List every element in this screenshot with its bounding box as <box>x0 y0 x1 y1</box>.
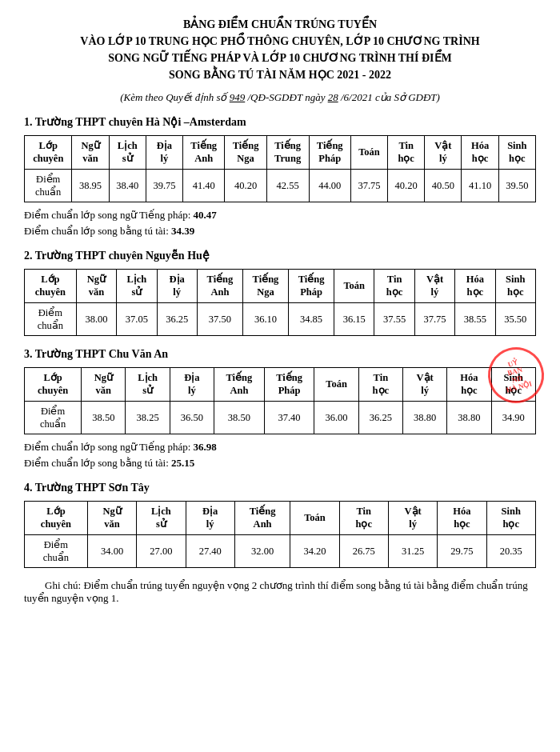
col-header: Toán <box>314 368 358 402</box>
section-4: 4. Trường THPT Sơn Tây Lớpchuyên Ngữvăn … <box>24 481 536 568</box>
col-header: TiếngPháp <box>264 368 314 402</box>
section-3: 3. Trường THPT Chu Văn An UỶBANNDHÀ NỘI … <box>24 347 536 470</box>
col-header: Lịchsử <box>109 136 146 170</box>
col-header: Lịchsử <box>117 270 157 303</box>
col-header: TiếngAnh <box>234 502 290 535</box>
col-header: Toán <box>350 136 387 170</box>
cell: 41.10 <box>462 169 498 202</box>
section-1: 1. Trường THPT chuyên Hà Nội –Amsterdam … <box>24 115 536 238</box>
col-header: Vậtlý <box>388 502 437 535</box>
col-header: TiếngNga <box>225 136 266 170</box>
col-header: Hóahọc <box>438 502 486 535</box>
row-label: Điểmchuẩn <box>25 302 77 336</box>
cell: 29.75 <box>438 534 486 568</box>
section-2-table: Lớpchuyên Ngữvăn Lịchsử Địalý TiếngAnh T… <box>24 269 536 336</box>
col-header: Sinhhọc <box>495 270 535 303</box>
cell: 39.50 <box>498 169 535 202</box>
cell: 36.15 <box>334 302 374 336</box>
section-4-title: 4. Trường THPT Sơn Tây <box>24 481 536 494</box>
cell: 37.75 <box>414 302 454 336</box>
col-header: TiếngAnh <box>197 270 242 303</box>
section-4-table: Lớpchuyên Ngữvăn Lịchsử Địalý TiếngAnh T… <box>24 501 536 568</box>
section-2: 2. Trường THPT chuyên Nguyễn Huệ Lớpchuy… <box>24 249 536 336</box>
cell: 38.80 <box>447 401 491 434</box>
col-header: Hóahọc <box>462 136 498 170</box>
subtitle: (Kèm theo Quyết định số 949 /QĐ-SGDĐT ng… <box>24 91 536 104</box>
col-header: Lớpchuyên <box>25 270 77 303</box>
cell: 34.00 <box>87 534 136 568</box>
col-header: Tinhọc <box>374 270 414 303</box>
col-header: Ngữvăn <box>82 368 126 402</box>
cell: 31.25 <box>388 534 437 568</box>
cell: 42.55 <box>266 169 309 202</box>
row-label: Điểmchuẩn <box>25 534 88 568</box>
col-header: Vậtlý <box>425 136 462 170</box>
col-header: Lịchsử <box>126 368 170 402</box>
section-3-title: 3. Trường THPT Chu Văn An <box>24 347 536 361</box>
cell: 36.25 <box>358 401 402 434</box>
cell: 40.20 <box>388 169 425 202</box>
col-header: Sinhhọc <box>498 136 535 170</box>
section-2-title: 2. Trường THPT chuyên Nguyễn Huệ <box>24 249 536 262</box>
cell: 38.50 <box>214 401 265 434</box>
col-header: Vậtlý <box>402 368 446 402</box>
col-header: Hóahọc <box>455 270 495 303</box>
cell: 44.00 <box>309 169 350 202</box>
cell: 38.25 <box>126 401 170 434</box>
row-label: Điểmchuẩn <box>25 401 82 434</box>
page-header: BẢNG ĐIỂM CHUẨN TRÚNG TUYỂN VÀO LỚP 10 T… <box>24 16 536 83</box>
col-header: Ngữvăn <box>76 270 116 303</box>
cell: 20.35 <box>486 534 535 568</box>
footer-note: Ghi chú: Điểm chuẩn trúng tuyển nguyện v… <box>24 579 536 605</box>
col-header: TiếngPháp <box>289 270 334 303</box>
cell: 37.05 <box>117 302 157 336</box>
table-row: Điểmchuẩn 38.50 38.25 36.50 38.50 37.40 … <box>25 401 536 434</box>
cell: 27.00 <box>137 534 186 568</box>
note-4: Điểm chuẩn lớp song bằng tú tài: 25.15 <box>24 457 536 470</box>
cell: 36.25 <box>157 302 197 336</box>
cell: 32.00 <box>234 534 290 568</box>
col-header: Địalý <box>170 368 214 402</box>
col-header: Hóahọc <box>447 368 491 402</box>
note-2: Điểm chuẩn lớp song bằng tú tài: 34.39 <box>24 225 536 238</box>
col-header: TiếngAnh <box>183 136 225 170</box>
note-3: Điểm chuẩn lớp song ngữ Tiếng pháp: 36.9… <box>24 441 536 454</box>
cell: 35.50 <box>495 302 535 336</box>
col-header: Địalý <box>157 270 197 303</box>
cell: 40.50 <box>425 169 462 202</box>
col-header: Địalý <box>186 502 234 535</box>
cell: 26.75 <box>339 534 388 568</box>
col-header: Địalý <box>146 136 182 170</box>
col-header: Toán <box>334 270 374 303</box>
col-header: TiếngTrung <box>266 136 309 170</box>
cell: 34.85 <box>289 302 334 336</box>
cell: 27.40 <box>186 534 234 568</box>
cell: 34.90 <box>491 401 535 434</box>
col-header: Lớpchuyên <box>25 368 82 402</box>
cell: 39.75 <box>146 169 182 202</box>
cell: 40.20 <box>225 169 266 202</box>
cell: 38.95 <box>72 169 109 202</box>
section-1-title: 1. Trường THPT chuyên Hà Nội –Amsterdam <box>24 115 536 129</box>
cell: 37.40 <box>264 401 314 434</box>
cell: 36.50 <box>170 401 214 434</box>
col-header: Lịchsử <box>137 502 186 535</box>
col-header: Vậtlý <box>414 270 454 303</box>
cell: 36.10 <box>242 302 288 336</box>
cell: 36.00 <box>314 401 358 434</box>
cell: 37.75 <box>350 169 387 202</box>
cell: 34.20 <box>290 534 339 568</box>
col-header: Lớpchuyên <box>25 502 88 535</box>
note-1: Điểm chuẩn lớp song ngữ Tiếng pháp: 40.4… <box>24 209 536 222</box>
col-header: Toán <box>290 502 339 535</box>
cell: 37.55 <box>374 302 414 336</box>
col-header: Ngữvăn <box>72 136 109 170</box>
section-1-table: Lớpchuyên Ngữvăn Lịchsử Địalý TiếngAnh T… <box>24 135 536 202</box>
table-row: Điểmchuẩn 38.95 38.40 39.75 41.40 40.20 … <box>25 169 536 202</box>
table-row: Điểmchuẩn 38.00 37.05 36.25 37.50 36.10 … <box>25 302 536 336</box>
cell: 37.50 <box>197 302 242 336</box>
cell: 38.80 <box>402 401 446 434</box>
section-3-table: Lớpchuyên Ngữvăn Lịchsử Địalý TiếngAnh T… <box>24 367 536 434</box>
col-header: Tinhọc <box>339 502 388 535</box>
col-header: TiếngAnh <box>214 368 265 402</box>
